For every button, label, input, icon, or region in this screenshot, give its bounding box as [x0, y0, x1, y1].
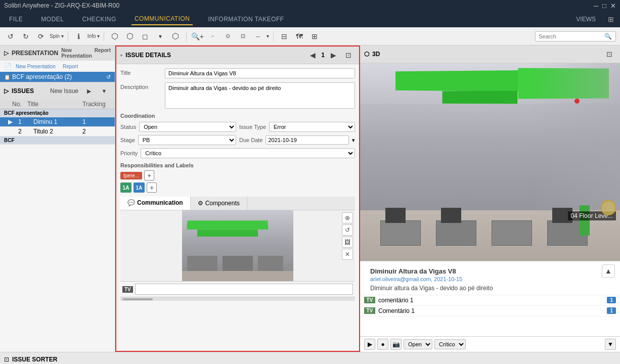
stage-label: Stage: [120, 137, 135, 143]
priority-dropdown[interactable]: Crítico: [434, 339, 466, 349]
menu-checking[interactable]: CHECKING: [79, 14, 119, 25]
next-issue-btn[interactable]: ▶: [327, 49, 340, 62]
expand-panel-btn[interactable]: ⊡: [342, 49, 355, 62]
3d-view-content[interactable]: 04 Floor Leve...: [360, 63, 620, 261]
stage-select[interactable]: PB: [138, 135, 236, 145]
issues-play-btn[interactable]: ▶: [82, 84, 96, 98]
undo-button[interactable]: ↺: [4, 30, 17, 43]
prev-issue-btn[interactable]: ◀: [306, 49, 319, 62]
status-select[interactable]: Open: [139, 122, 236, 132]
new-issue-btn[interactable]: New Issue: [48, 84, 80, 98]
add-tag-btn[interactable]: +: [144, 170, 154, 180]
zoom-in-btn[interactable]: 🔍+: [191, 30, 204, 43]
spin-button[interactable]: ⟳: [34, 30, 48, 43]
clipping-btn[interactable]: ⬡: [169, 30, 182, 43]
scroll-thumb[interactable]: [122, 298, 153, 300]
desk-1: [380, 220, 421, 246]
presentation-icon: ▷: [4, 50, 9, 57]
view-cube-btn[interactable]: ◻: [139, 30, 152, 43]
monitor-1: [385, 208, 406, 223]
priority-select[interactable]: Crítico: [141, 148, 355, 158]
tab-communication[interactable]: 💬 Communication: [120, 197, 191, 210]
report-link[interactable]: Report: [63, 64, 78, 69]
issue-details-panel: ▫ ISSUE DETAILS ◀ 1 ▶ ⊡ Title Descriptio…: [115, 46, 360, 352]
bcf-item-label: BCF apresentação (2): [12, 73, 72, 80]
wireframe-btn[interactable]: ⬡: [123, 30, 137, 43]
add-label-btn[interactable]: +: [147, 183, 157, 193]
title-row: Title: [120, 68, 355, 78]
nav-indicator: [601, 200, 616, 215]
map-btn[interactable]: 🗺: [293, 30, 306, 43]
due-date-row: Due Date ▾: [239, 135, 355, 145]
scroll-down-btn[interactable]: ▼: [605, 339, 616, 350]
zoom-out-btn[interactable]: －: [206, 30, 219, 43]
desk-3: [492, 220, 532, 246]
toolbar-sep4: [273, 31, 274, 41]
toolbar-sep1: [68, 31, 68, 41]
rotate-tool-btn[interactable]: ↺: [342, 224, 353, 236]
delete-tool-btn[interactable]: ✕: [342, 249, 353, 260]
layers-btn[interactable]: ⊟: [278, 30, 291, 43]
menu-info-takeoff[interactable]: INFORMATION TAKEOFF: [205, 14, 287, 25]
info-record-btn[interactable]: ●: [377, 339, 388, 350]
refresh-icon[interactable]: ↺: [106, 74, 111, 80]
toolbar-sep3: [186, 31, 187, 41]
comment-row-2: TV Comentário 1 1: [360, 306, 620, 316]
coord-grid: Status Open Issue Type Error S: [120, 122, 355, 145]
new-pres-link[interactable]: New Presentation: [16, 64, 56, 69]
info-play-btn[interactable]: ▶: [364, 339, 375, 350]
due-date-input[interactable]: [265, 135, 349, 145]
comm-tab-icon: 💬: [127, 199, 135, 206]
3d-view-btn[interactable]: ⬡: [108, 30, 121, 43]
status-dropdown[interactable]: Open: [404, 339, 432, 349]
issue-row-2[interactable]: 2 Titulo 2 2: [0, 127, 115, 136]
redo-button[interactable]: ↻: [19, 30, 32, 43]
zoom-fit-btn[interactable]: ⊙: [221, 30, 234, 43]
measure-btn[interactable]: ↔: [251, 30, 264, 43]
new-presentation-btn[interactable]: New Presentation: [61, 48, 93, 59]
comment2-text: Comentário 1: [378, 307, 415, 314]
title-bar: Solibri Anywhere - ZIG-ARQ-EX-4BIM-R00 ─…: [0, 0, 620, 11]
issue-type-select[interactable]: Error: [269, 122, 355, 132]
components-btn[interactable]: ⊞: [308, 30, 321, 43]
left-sidebar: ▷ PRESENTATION New Presentation Report 📄…: [0, 46, 115, 352]
issue-details-icon: ▫: [120, 52, 122, 59]
view-mode-btn[interactable]: ▾: [154, 30, 167, 43]
desk-2: [436, 220, 476, 246]
minimize-button[interactable]: ─: [594, 2, 598, 10]
title-input[interactable]: [165, 68, 355, 78]
zoom-tool-btn[interactable]: ⊕: [342, 212, 353, 223]
menu-model[interactable]: MODEL: [38, 14, 67, 25]
sorter-icon: ⊡: [4, 356, 9, 363]
comment-input[interactable]: [135, 284, 353, 295]
issues-filter-btn[interactable]: ▼: [98, 84, 111, 98]
info-camera-btn[interactable]: 📷: [390, 339, 402, 350]
menu-communication[interactable]: COMMUNICATION: [131, 13, 193, 25]
close-button[interactable]: ✕: [610, 2, 616, 10]
label-badge-1a-blue: 1A: [134, 183, 145, 193]
due-date-label: Due Date: [239, 137, 262, 143]
info-scroll-up[interactable]: ▲: [602, 264, 615, 278]
info-button[interactable]: ℹ: [72, 30, 85, 43]
restore-button[interactable]: □: [602, 2, 606, 10]
menu-views[interactable]: VIEWS: [576, 16, 596, 23]
report-btn[interactable]: Report: [95, 48, 111, 59]
maximize-3d-btn[interactable]: ⊡: [603, 48, 616, 61]
doc-icon: 📄: [4, 63, 12, 70]
comp-tab-icon: ⚙: [198, 200, 203, 207]
issues-group2[interactable]: BCF: [0, 136, 115, 145]
snapshot-tool-btn[interactable]: 🖼: [342, 237, 353, 248]
tab-components[interactable]: ⚙ Components: [191, 197, 247, 210]
info-panel-title: Diminuir Altura da Vigas V8: [365, 264, 574, 276]
search-input[interactable]: [539, 33, 604, 39]
zoom-window-btn[interactable]: ⊡: [236, 30, 249, 43]
bcf-item-selected[interactable]: 📋 BCF apresentação (2) ↺: [0, 72, 115, 82]
menu-file[interactable]: FILE: [6, 14, 26, 25]
tag-button[interactable]: tpere...: [120, 172, 142, 179]
calendar-icon[interactable]: ▾: [352, 137, 355, 144]
views-icon: ⊞: [608, 15, 614, 23]
issues-group1[interactable]: BCF apresentação: [0, 109, 115, 117]
description-input[interactable]: Diminuir altura da Vigas - devido ao pé …: [165, 82, 355, 109]
monitor-2: [441, 208, 461, 223]
issue-row-1[interactable]: ▶ 1 Diminu 1 1: [0, 117, 115, 127]
